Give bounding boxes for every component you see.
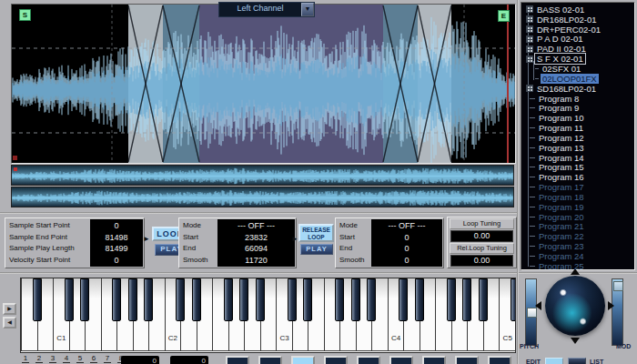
arrow-right-icon[interactable] [608,301,614,310]
bottom-button[interactable] [226,356,249,364]
program-list-item[interactable]: Program 18 [523,192,634,202]
range-value-box-1[interactable]: 0 [121,356,159,364]
keyboard-number-label[interactable]: 2 [35,354,43,363]
program-list-item[interactable]: Program 19 [523,202,634,212]
program-list-item[interactable]: Program 15 [523,163,634,173]
program-list-item[interactable]: Program 13 [523,143,634,153]
keyboard-number-label[interactable]: 5 [76,354,84,363]
program-list-item[interactable]: Program 21 [523,222,634,232]
piano-key-black[interactable] [128,278,137,321]
param-value[interactable]: 81498 [90,232,143,244]
program-list-item[interactable]: PAD II 02-01 [523,44,634,54]
keyboard-number-label[interactable]: 7 [104,354,111,363]
program-list-item[interactable]: S F X 02-01 [523,54,634,64]
program-list-item[interactable]: P A D 02-01 [523,35,634,45]
trackball[interactable] [545,276,605,336]
program-list-item[interactable]: DR168LP02-01 [523,15,634,25]
bottom-button[interactable] [324,356,348,364]
piano-key-black[interactable] [351,278,360,321]
bottom-button[interactable] [258,356,282,364]
program-list-item[interactable]: Program 24 [523,251,634,261]
sample-start-marker[interactable]: S [19,9,31,21]
piano-key-black[interactable] [80,278,89,321]
piano-key-black[interactable] [462,278,471,321]
bottom-button[interactable] [488,356,511,364]
tree-expand-icon[interactable] [526,25,533,33]
piano-keyboard[interactable]: C1C2C3C4C5 [20,278,516,353]
param-value[interactable]: 0 [90,220,143,232]
piano-key-black[interactable] [33,278,42,321]
tree-expand-icon[interactable] [526,5,533,13]
param-value[interactable]: --- OFF --- [217,220,295,232]
program-list-item[interactable]: SD168LP02-01 [523,84,634,94]
piano-key-black[interactable] [511,278,516,321]
piano-key-black[interactable] [176,278,185,321]
program-list-item[interactable]: DR+PERC02-01 [523,25,634,35]
mod-slider[interactable] [612,278,623,346]
release-loop-button[interactable]: RELEASE LOOP [298,224,334,242]
bottom-button[interactable] [422,356,446,364]
program-list-item[interactable]: Program 16 [523,172,634,182]
piano-key-black[interactable] [239,278,248,321]
param-value[interactable]: 23832 [217,232,295,244]
program-list-item[interactable]: Program 23 [523,241,634,251]
piano-key-black[interactable] [224,278,233,321]
start-point-handle[interactable] [13,156,17,160]
waveform-display[interactable]: S E [11,4,516,164]
program-list-item[interactable]: Program 11 [523,123,634,133]
param-value[interactable]: 66094 [217,243,295,255]
piano-key-black[interactable] [65,278,74,321]
bottom-button[interactable] [357,356,380,364]
arrow-left-icon[interactable] [535,301,541,310]
param-value[interactable]: 81499 [90,243,143,255]
param-value[interactable]: 11720 [217,255,295,267]
program-list-item[interactable]: BASS 02-01 [523,5,634,15]
keyboard-number-label[interactable]: 4 [63,354,70,363]
bottom-button[interactable] [455,356,479,364]
program-list-item[interactable]: Program 14 [523,153,634,163]
tree-expand-icon[interactable] [526,56,533,63]
program-list[interactable]: BASS 02-01DR168LP02-01DR+PERC02-01P A D … [521,2,635,270]
overview-waveform-right[interactable] [11,187,514,207]
chevron-down-icon[interactable]: ▼ [301,3,314,16]
piano-key-black[interactable] [192,278,201,321]
program-list-item[interactable]: Program 22 [523,231,634,241]
bottom-button[interactable] [291,356,315,364]
program-list-item[interactable]: Program 20 [523,212,634,222]
arrow-down-icon[interactable] [571,338,580,344]
param-value[interactable]: 0 [90,255,143,267]
piano-key-black[interactable] [288,278,297,321]
release-play-button[interactable]: PLAY [300,244,333,255]
piano-key-black[interactable] [303,278,312,321]
keyboard-side-button-up[interactable]: ▶ [3,303,16,315]
tree-expand-icon[interactable] [526,85,533,92]
tree-expand-icon[interactable] [526,35,533,43]
piano-key-black[interactable] [112,278,121,321]
arrow-up-icon[interactable] [571,268,580,275]
tree-expand-icon[interactable] [526,46,533,53]
keyboard-number-label[interactable]: 3 [49,354,56,363]
program-list-item[interactable]: Program 17 [523,182,634,192]
keyboard-number-label[interactable]: 1 [22,354,29,363]
program-list-item[interactable]: Program 9 [523,103,634,113]
piano-key-black[interactable] [399,278,408,321]
piano-key-black[interactable] [479,278,488,321]
piano-key-black[interactable] [415,278,424,321]
overview-start-handle[interactable] [14,167,17,171]
piano-key-black[interactable] [335,278,344,321]
param-value[interactable]: 0 [371,232,442,244]
piano-key-black[interactable] [447,278,456,321]
pitch-slider[interactable] [525,278,537,346]
piano-key-black[interactable] [367,278,376,321]
program-list-item[interactable]: Program 25 [523,261,634,270]
piano-key-black[interactable] [144,278,153,321]
bottom-button[interactable] [389,356,413,364]
program-list-item[interactable]: Program 8 [523,94,634,104]
program-list-item[interactable]: 02SFX 01 [523,64,634,74]
edit-button[interactable] [545,358,563,364]
program-list-item[interactable]: 02LOOP01FX [523,74,634,84]
keyboard-side-button-down[interactable]: ◀ [3,317,16,329]
mod-slider-handle[interactable] [613,281,623,291]
sample-end-marker[interactable]: E [498,10,510,22]
rel-loop-tuning-value[interactable]: 0.00 [450,255,513,267]
